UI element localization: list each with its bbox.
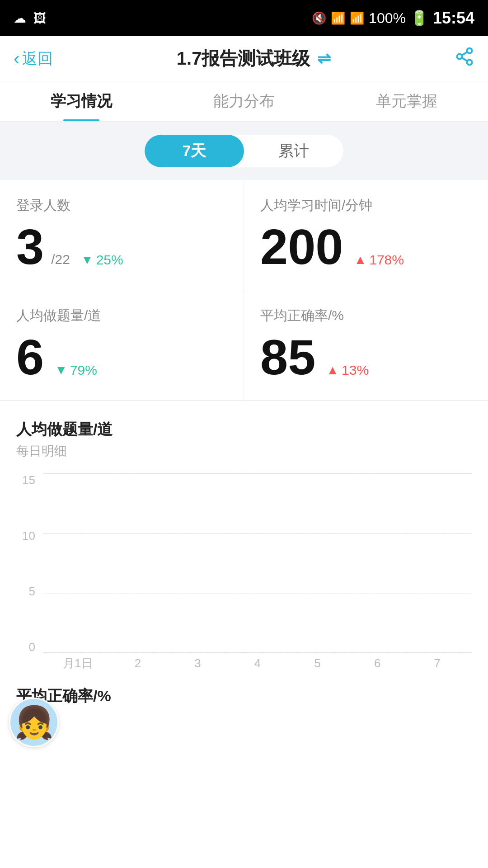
avatar: 👧: [9, 698, 59, 747]
stat-study-pct: 178%: [369, 252, 404, 268]
wifi-icon: 📶: [331, 11, 345, 25]
stat-login-trend: ▼ 25%: [81, 252, 123, 268]
trend-down-icon: ▼: [81, 253, 94, 267]
tab-ability[interactable]: 能力分布: [163, 81, 325, 121]
chart-plot: [43, 473, 472, 654]
battery-icon: 🔋: [410, 9, 428, 27]
stat-study-main: 200: [260, 222, 343, 272]
image-icon: 🖼: [33, 11, 46, 26]
share-button[interactable]: [455, 47, 474, 71]
tab-study[interactable]: 学习情况: [0, 81, 163, 121]
x-label-7: 7: [407, 656, 467, 670]
stat-avg-questions: 人均做题量/道 6 ▼ 79%: [0, 290, 244, 401]
stat-login-label: 登录人数: [16, 196, 227, 215]
chart-y-axis: 15 10 5 0: [16, 473, 39, 654]
stat-study-values: 200 ▲ 178%: [260, 222, 472, 272]
back-label: 返回: [22, 48, 53, 69]
x-label-2: 2: [108, 656, 168, 670]
title-text: 1.7报告测试班级: [177, 46, 310, 71]
x-label-3: 3: [168, 656, 228, 670]
status-left: ☁ 🖼: [14, 11, 46, 26]
stat-accuracy-trend: ▲ 13%: [326, 363, 369, 378]
stat-login-main: 3: [16, 222, 44, 272]
bottom-area: 平均正确率/% 👧: [0, 681, 488, 747]
bottom-chart-label: 平均正确率/%: [0, 681, 488, 707]
y-label-15: 15: [22, 473, 35, 487]
stat-login-pct: 25%: [96, 252, 123, 268]
tabs-bar: 学习情况 能力分布 单元掌握: [0, 81, 488, 122]
avatar-emoji: 👧: [14, 704, 54, 741]
trend-down-icon2: ▼: [55, 363, 67, 377]
back-arrow-icon: ‹: [14, 48, 19, 69]
shuffle-icon[interactable]: ⇌: [317, 49, 331, 68]
cloud-icon: ☁: [14, 11, 26, 26]
x-label-1: 月1日: [48, 656, 108, 671]
toggle-group: 7天 累计: [145, 135, 343, 167]
mute-icon: 🔇: [312, 11, 326, 25]
clock: 15:54: [433, 9, 474, 28]
stat-questions-trend: ▼ 79%: [55, 363, 97, 378]
trend-up-icon2: ▲: [326, 363, 339, 377]
chart-x-axis: 月1日 2 3 4 5 6 7: [43, 654, 472, 672]
status-bar: ☁ 🖼 🔇 📶 📶 100% 🔋 15:54: [0, 0, 488, 36]
chart-subtitle: 每日明细: [16, 443, 472, 460]
stat-questions-main: 6: [16, 332, 44, 382]
stat-avg-accuracy: 平均正确率/% 85 ▲ 13%: [244, 290, 488, 401]
chart-title: 人均做题量/道: [16, 419, 472, 440]
x-label-4: 4: [228, 656, 288, 670]
stat-login-sub: /22: [51, 252, 70, 267]
chart-section: 人均做题量/道 每日明细 15 10 5 0 月1日 2 3 4 5: [0, 401, 488, 681]
header: ‹ 返回 1.7报告测试班级 ⇌: [0, 36, 488, 81]
back-button[interactable]: ‹ 返回: [14, 48, 53, 69]
y-label-0: 0: [29, 640, 35, 654]
stat-study-label: 人均学习时间/分钟: [260, 196, 472, 215]
stat-accuracy-values: 85 ▲ 13%: [260, 332, 472, 382]
chart-area: 15 10 5 0 月1日 2 3 4 5 6 7: [16, 473, 472, 672]
stat-questions-values: 6 ▼ 79%: [16, 332, 227, 382]
trend-up-icon: ▲: [354, 253, 367, 267]
stat-accuracy-pct: 13%: [342, 363, 369, 378]
bars-container: [43, 473, 472, 654]
y-label-5: 5: [29, 585, 35, 599]
stat-accuracy-label: 平均正确率/%: [260, 307, 472, 325]
signal-icon: 📶: [350, 11, 364, 25]
stat-questions-pct: 79%: [70, 363, 97, 378]
toggle-cumulative[interactable]: 累计: [244, 135, 343, 167]
stat-login-count: 登录人数 3 /22 ▼ 25%: [0, 180, 244, 290]
stat-accuracy-main: 85: [260, 332, 315, 382]
x-label-6: 6: [347, 656, 408, 670]
tab-unit[interactable]: 单元掌握: [325, 81, 488, 121]
stat-login-values: 3 /22 ▼ 25%: [16, 222, 227, 272]
y-label-10: 10: [22, 529, 35, 543]
stat-study-trend: ▲ 178%: [354, 252, 404, 268]
stats-grid: 登录人数 3 /22 ▼ 25% 人均学习时间/分钟 200 ▲ 178% 人均…: [0, 180, 488, 401]
battery-label: 100%: [369, 10, 406, 27]
page-title: 1.7报告测试班级 ⇌: [177, 46, 331, 71]
svg-line-4: [462, 52, 468, 55]
status-right: 🔇 📶 📶 100% 🔋 15:54: [312, 9, 474, 28]
x-label-5: 5: [287, 656, 347, 670]
svg-line-3: [462, 58, 468, 61]
stat-questions-label: 人均做题量/道: [16, 307, 227, 325]
toggle-7days[interactable]: 7天: [145, 135, 244, 167]
stat-avg-study: 人均学习时间/分钟 200 ▲ 178%: [244, 180, 488, 290]
period-toggle-section: 7天 累计: [0, 122, 488, 180]
